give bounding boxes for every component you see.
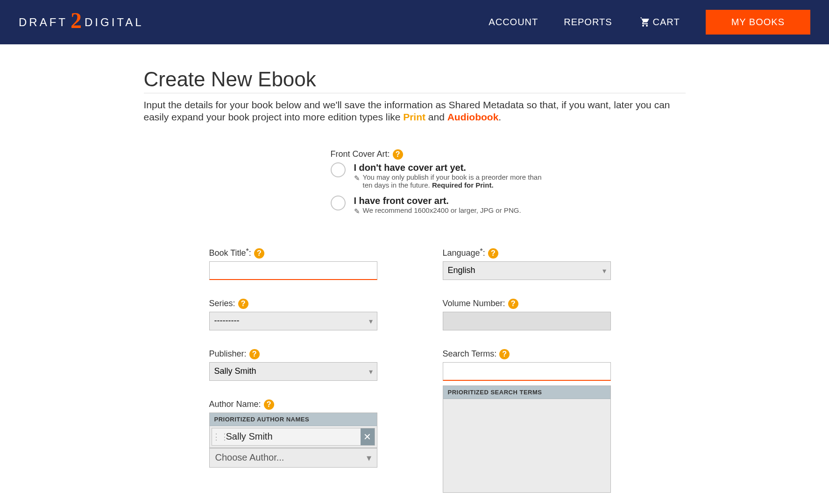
author-panel: PRIORITIZED AUTHOR NAMES ⋮⋮ Sally Smith … <box>209 413 377 448</box>
note-icon: ✎ <box>354 174 360 182</box>
help-icon[interactable]: ? <box>393 149 403 160</box>
cover-option-have-art[interactable]: I have front cover art. ✎ We recommend 1… <box>331 196 686 216</box>
search-terms-label-text: Search Terms: <box>443 349 497 359</box>
chevron-down-icon: ▾ <box>367 452 371 463</box>
cover-option-no-art[interactable]: I don't have cover art yet. ✎ You may on… <box>331 162 686 189</box>
publisher-select[interactable] <box>209 362 377 381</box>
logo-2-icon: 2 <box>71 9 82 32</box>
choose-author-label: Choose Author... <box>215 452 284 463</box>
book-title-input[interactable] <box>209 261 377 280</box>
series-label-text: Series: <box>209 299 235 308</box>
site-logo[interactable]: DRAFT 2 DIGITAL <box>19 11 144 34</box>
logo-text-right: DIGITAL <box>85 16 144 29</box>
help-icon[interactable]: ? <box>264 399 274 410</box>
help-icon[interactable]: ? <box>254 248 264 259</box>
intro-end: . <box>498 112 501 122</box>
intro-print: Print <box>403 112 425 122</box>
nav-account[interactable]: ACCOUNT <box>489 17 538 28</box>
cover-opt1-sub: ✎ You may only publish if your book is a… <box>354 173 550 189</box>
volume-number-input <box>443 312 611 330</box>
cover-art-label-text: Front Cover Art: <box>331 149 390 159</box>
cover-opt2-sub-text: We recommend 1600x2400 or larger, JPG or… <box>363 206 521 214</box>
nav-reports[interactable]: REPORTS <box>564 17 612 28</box>
search-terms-input[interactable] <box>443 362 611 381</box>
page-title: Create New Ebook <box>144 68 686 93</box>
cover-opt1-title: I don't have cover art yet. <box>354 162 550 173</box>
author-panel-header: PRIORITIZED AUTHOR NAMES <box>210 413 377 426</box>
series-select[interactable] <box>209 312 377 330</box>
intro-and: and <box>425 112 447 122</box>
radio-body: I don't have cover art yet. ✎ You may on… <box>354 162 550 189</box>
cover-opt2-title: I have front cover art. <box>354 196 521 206</box>
radio-body: I have front cover art. ✎ We recommend 1… <box>354 196 521 216</box>
help-icon[interactable]: ? <box>508 299 518 309</box>
field-search-terms: Search Terms: ? PRIORITIZED SEARCH TERMS <box>443 349 611 493</box>
choose-author-select[interactable]: Choose Author... ▾ <box>209 448 377 468</box>
note-icon: ✎ <box>354 207 360 216</box>
radio-icon[interactable] <box>331 196 346 210</box>
field-book-title: Book Title*: ? <box>209 248 377 280</box>
help-icon[interactable]: ? <box>238 299 248 309</box>
search-terms-panel-header: PRIORITIZED SEARCH TERMS <box>443 386 610 399</box>
cover-opt2-sub: ✎ We recommend 1600x2400 or larger, JPG … <box>354 206 521 216</box>
volume-number-label: Volume Number: ? <box>443 299 611 309</box>
author-label-text: Author Name: <box>209 399 261 409</box>
language-label-text: Language <box>443 248 480 258</box>
cover-art-label: Front Cover Art: ? <box>331 149 686 160</box>
cover-opt1-sub-b: Required for Print. <box>432 181 494 189</box>
author-item[interactable]: ⋮⋮ Sally Smith ✕ <box>212 428 375 446</box>
author-name-label: Author Name: ? <box>209 399 377 410</box>
field-volume-number: Volume Number: ? <box>443 299 611 330</box>
nav-cart-label: CART <box>653 17 680 28</box>
field-language: Language*: ? ▾ <box>443 248 611 280</box>
nav-my-books[interactable]: MY BOOKS <box>706 10 810 35</box>
language-label: Language*: ? <box>443 248 611 259</box>
volume-label-text: Volume Number: <box>443 299 505 308</box>
page-intro: Input the details for your book below an… <box>144 99 686 124</box>
series-label: Series: ? <box>209 299 377 309</box>
top-nav: ACCOUNT REPORTS CART MY BOOKS <box>489 10 810 35</box>
form-grid: Book Title*: ? Language*: ? ▾ Series: ? <box>209 248 686 504</box>
search-terms-panel: PRIORITIZED SEARCH TERMS <box>443 385 611 493</box>
author-item-name: Sally Smith <box>224 428 361 445</box>
nav-cart[interactable]: CART <box>638 15 680 29</box>
cover-art-section: Front Cover Art: ? I don't have cover ar… <box>331 149 686 216</box>
book-title-label: Book Title*: ? <box>209 248 377 259</box>
book-title-label-text: Book Title <box>209 248 246 258</box>
publisher-label: Publisher: ? <box>209 349 377 359</box>
help-icon[interactable]: ? <box>499 349 510 359</box>
help-icon[interactable]: ? <box>249 349 260 359</box>
intro-audio: Audiobook <box>447 112 499 122</box>
help-icon[interactable]: ? <box>488 248 498 259</box>
author-remove-button[interactable]: ✕ <box>361 428 375 445</box>
cart-icon <box>638 15 650 29</box>
logo-text-left: DRAFT <box>19 16 68 29</box>
field-series: Series: ? ▾ <box>209 299 377 330</box>
top-header: DRAFT 2 DIGITAL ACCOUNT REPORTS CART MY … <box>0 0 829 44</box>
search-terms-label: Search Terms: ? <box>443 349 611 359</box>
field-author-name: Author Name: ? PRIORITIZED AUTHOR NAMES … <box>209 399 377 504</box>
language-select[interactable] <box>443 261 611 280</box>
drag-handle-icon[interactable]: ⋮⋮ <box>212 432 224 442</box>
radio-icon[interactable] <box>331 162 346 177</box>
publisher-label-text: Publisher: <box>209 349 247 359</box>
page-body: Create New Ebook Input the details for y… <box>139 68 690 504</box>
